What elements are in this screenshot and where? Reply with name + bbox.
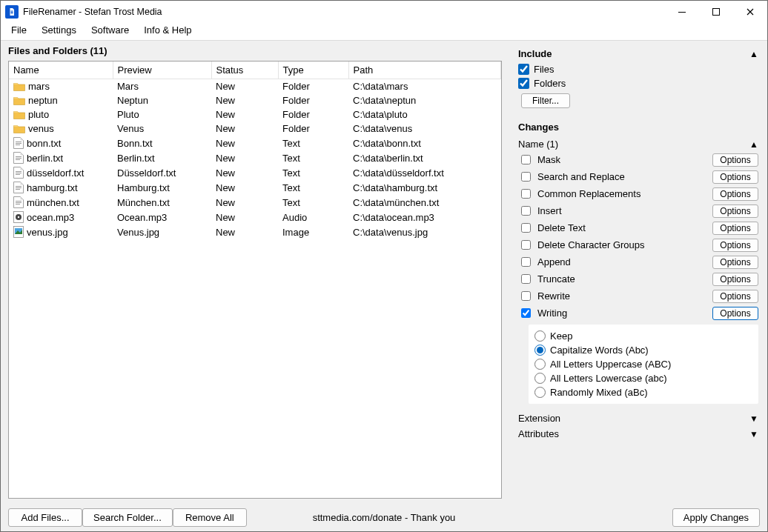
change-checkbox[interactable] (521, 274, 531, 284)
options-button[interactable]: Options (712, 273, 758, 286)
menu-settings[interactable]: Settings (34, 23, 84, 37)
writing-radio[interactable] (534, 373, 546, 384)
writing-radio[interactable] (534, 330, 546, 342)
change-checkbox[interactable] (521, 257, 531, 267)
text-file-icon (13, 137, 24, 149)
file-path: C:\data\düsseldorf.txt (348, 165, 501, 180)
change-row-delete-text: Delete TextOptions (518, 219, 758, 236)
file-type: Folder (278, 79, 348, 94)
file-name: ocean.mp3 (27, 212, 74, 223)
table-row[interactable]: bonn.txtBonn.txtNewTextC:\data\bonn.txt (9, 136, 501, 150)
table-row[interactable]: hamburg.txtHamburg.txtNewTextC:\data\ham… (9, 180, 501, 195)
change-row-truncate: TruncateOptions (518, 270, 758, 287)
col-path[interactable]: Path (348, 61, 501, 79)
change-checkbox[interactable] (521, 223, 531, 233)
minimize-button[interactable] (665, 1, 699, 23)
file-type: Text (278, 195, 348, 210)
col-status[interactable]: Status (211, 61, 278, 79)
include-folders-label: Folders (534, 78, 566, 89)
file-status: New (211, 150, 278, 165)
table-row[interactable]: berlin.txtBerlin.txtNewTextC:\data\berli… (9, 150, 501, 165)
collapse-icon: ▲ (749, 139, 758, 150)
col-type[interactable]: Type (278, 61, 348, 79)
table-row[interactable]: marsMarsNewFolderC:\data\mars (9, 79, 501, 94)
options-button[interactable]: Options (712, 256, 758, 269)
name-subheader[interactable]: Name (1) ▲ (518, 136, 758, 151)
file-status: New (211, 210, 278, 225)
svg-rect-2 (16, 142, 21, 142)
include-folders-checkbox[interactable] (518, 78, 529, 89)
table-row[interactable]: düsseldorf.txtDüsseldorf.txtNewTextC:\da… (9, 165, 501, 180)
change-checkbox[interactable] (521, 172, 531, 182)
svg-rect-14 (16, 201, 21, 202)
folder-icon (13, 82, 25, 91)
options-button[interactable]: Options (712, 170, 758, 184)
table-row[interactable]: venus.jpgVenus.jpgNewImageC:\data\venus.… (9, 225, 501, 239)
file-grid[interactable]: NamePreviewStatusTypePath marsMarsNewFol… (8, 61, 502, 499)
table-row[interactable]: venusVenusNewFolderC:\data\venus (9, 122, 501, 136)
writing-radio[interactable] (534, 359, 546, 370)
remove-all-button[interactable]: Remove All (173, 508, 247, 527)
file-path: C:\data\hamburg.txt (348, 180, 501, 195)
search-folder-button[interactable]: Search Folder... (82, 508, 173, 527)
change-checkbox[interactable] (521, 308, 531, 318)
change-checkbox[interactable] (521, 291, 531, 301)
writing-option: Keep (534, 329, 752, 343)
text-file-icon (13, 182, 24, 193)
close-button[interactable] (733, 1, 767, 23)
include-files-checkbox[interactable] (518, 64, 529, 75)
file-name: venus.jpg (27, 227, 68, 238)
file-status: New (211, 79, 278, 94)
table-row[interactable]: ocean.mp3Ocean.mp3NewAudioC:\data\ocean.… (9, 210, 501, 225)
svg-rect-8 (16, 171, 21, 172)
change-label: Insert (537, 205, 708, 216)
file-path: C:\data\venus.jpg (348, 225, 501, 239)
file-path: C:\data\bonn.txt (348, 136, 501, 150)
file-type: Folder (278, 107, 348, 122)
change-row-search-and-replace: Search and ReplaceOptions (518, 168, 758, 185)
options-button[interactable]: Options (712, 205, 758, 218)
menu-info-help[interactable]: Info & Help (136, 23, 199, 37)
writing-radio[interactable] (534, 345, 546, 356)
change-label: Rewrite (537, 290, 708, 302)
col-name[interactable]: Name (9, 61, 113, 79)
menu-file[interactable]: File (4, 23, 34, 37)
extension-subheader[interactable]: Extension ▼ (518, 410, 758, 425)
filter-button[interactable]: Filter... (521, 93, 570, 108)
collapse-icon: ▲ (749, 49, 758, 59)
table-row[interactable]: neptunNeptunNewFolderC:\data\neptun (9, 93, 501, 107)
options-button[interactable]: Options (712, 290, 758, 303)
left-pane: Files and Folders (11) NamePreviewStatus… (1, 41, 509, 503)
change-checkbox[interactable] (521, 240, 531, 250)
table-row[interactable]: plutoPlutoNewFolderC:\data\pluto (9, 107, 501, 122)
options-button[interactable]: Options (712, 307, 758, 320)
maximize-button[interactable] (699, 1, 733, 23)
options-button[interactable]: Options (712, 153, 758, 167)
file-type: Text (278, 136, 348, 150)
menu-bar: FileSettingsSoftwareInfo & Help (1, 23, 767, 41)
change-row-delete-character-groups: Delete Character GroupsOptions (518, 236, 758, 253)
options-button[interactable]: Options (712, 187, 758, 201)
change-checkbox[interactable] (521, 189, 531, 199)
file-type: Text (278, 180, 348, 195)
change-checkbox[interactable] (521, 206, 531, 216)
include-header[interactable]: Include ▲ (518, 45, 758, 62)
writing-radio[interactable] (534, 387, 546, 398)
options-button[interactable]: Options (712, 239, 758, 252)
options-button[interactable]: Options (712, 222, 758, 235)
change-row-insert: InsertOptions (518, 202, 758, 219)
menu-software[interactable]: Software (84, 23, 136, 37)
svg-rect-15 (16, 202, 21, 203)
add-files-button[interactable]: Add Files... (8, 508, 82, 527)
apply-changes-button[interactable]: Apply Changes (672, 508, 760, 527)
table-row[interactable]: münchen.txtMünchen.txtNewTextC:\data\mün… (9, 195, 501, 210)
file-preview: Ocean.mp3 (113, 210, 211, 225)
attributes-subheader[interactable]: Attributes ▼ (518, 425, 758, 441)
writing-radio-label: All Letters Uppercase (ABC) (550, 359, 671, 370)
change-label: Delete Character Groups (537, 239, 708, 250)
change-checkbox[interactable] (521, 155, 531, 164)
files-header: Files and Folders (11) (1, 41, 509, 61)
changes-header[interactable]: Changes (518, 119, 758, 136)
col-preview[interactable]: Preview (113, 61, 211, 79)
writing-option: Randomly Mixed (aBc) (534, 385, 752, 399)
